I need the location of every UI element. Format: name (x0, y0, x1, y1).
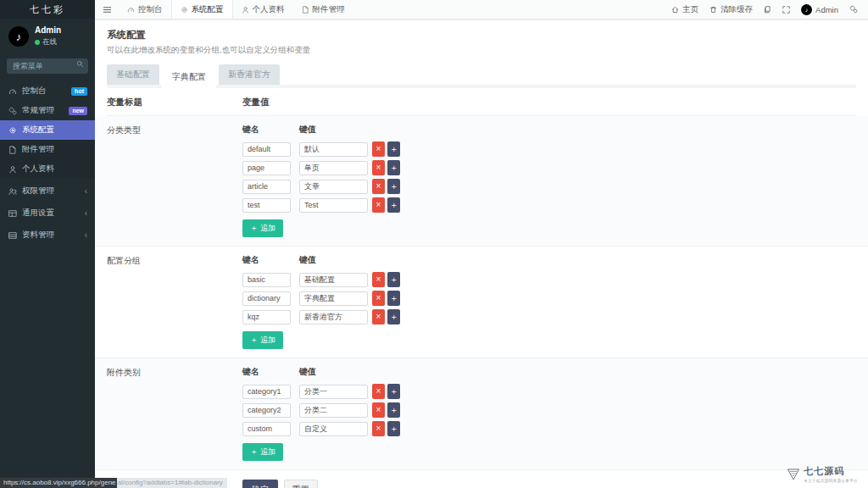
dashboard-icon (8, 87, 17, 96)
fullscreen-button[interactable] (782, 6, 790, 14)
sidebar-item-label: 控制台 (22, 86, 47, 97)
delete-row-button[interactable]: × (372, 291, 385, 306)
delete-row-button[interactable]: × (372, 272, 385, 287)
user-panel: ♪ Admin 在线 (0, 19, 95, 51)
sidebar-submenu: 系统配置 附件管理 个人资料 (0, 120, 95, 179)
delete-row-button[interactable]: × (372, 141, 385, 157)
add-row-button[interactable]: ＋ (387, 160, 400, 175)
close-icon: × (376, 164, 381, 172)
value-input[interactable] (299, 385, 368, 399)
append-button[interactable]: ＋追加 (242, 443, 283, 461)
gears-icon (849, 5, 858, 14)
value-header: 键值 (299, 124, 316, 136)
value-input[interactable] (299, 310, 368, 324)
sidebar-item-label: 常规管理 (22, 105, 54, 116)
topbar-tab-label: 控制台 (138, 4, 163, 15)
tab-dictionary-config[interactable]: 字典配置 (162, 66, 216, 88)
online-dot-icon (35, 40, 40, 45)
topbar-tab-system-config[interactable]: 系统配置 (171, 0, 233, 19)
config-section-category-type: 分类类型 键名 键值 × ＋ × ＋ (95, 116, 868, 247)
value-input[interactable] (299, 273, 368, 287)
add-row-button[interactable]: ＋ (387, 402, 400, 418)
watermark-tagline: 专注于精品源码资源分享平台 (804, 479, 858, 483)
sidebar-item-dashboard[interactable]: 控制台 hot (0, 81, 95, 101)
key-input[interactable] (242, 180, 291, 194)
sidebar-menu: 控制台 hot 常规管理 new 系统配置 (0, 81, 95, 245)
key-header: 键名 (242, 366, 299, 378)
plus-icon: ＋ (250, 223, 258, 234)
delete-row-button[interactable]: × (372, 179, 385, 194)
value-input[interactable] (299, 403, 368, 418)
close-icon: × (376, 294, 381, 302)
user-menu[interactable]: ♪ Admin (801, 4, 838, 15)
clear-cache-button[interactable]: 清除缓存 (709, 4, 753, 15)
key-input[interactable] (242, 291, 291, 306)
topbar-tab-attachment[interactable]: 附件管理 (293, 0, 353, 19)
append-button[interactable]: ＋追加 (242, 331, 283, 349)
config-panel: 系统配置 可以在此增改系统的变量和分组,也可以自定义分组和变量 基础配置 字典配… (95, 20, 868, 488)
tab-basic-config[interactable]: 基础配置 (107, 64, 159, 85)
delete-row-button[interactable]: × (372, 402, 385, 418)
add-row-button[interactable]: ＋ (387, 272, 400, 287)
sidebar-item-permissions[interactable]: 权限管理 ‹ (0, 181, 95, 201)
reset-button[interactable]: 重置 (284, 480, 318, 488)
add-row-button[interactable]: ＋ (387, 141, 400, 157)
key-input[interactable] (242, 273, 291, 287)
add-row-button[interactable]: ＋ (387, 309, 400, 324)
config-section-attachment-category: 附件类别 键名 键值 × ＋ × ＋ (95, 358, 868, 470)
topbar-tab-dashboard[interactable]: 控制台 (119, 0, 171, 19)
append-button[interactable]: ＋追加 (242, 219, 283, 237)
sidebar-item-general-management[interactable]: 常规管理 new (0, 101, 95, 120)
sidebar-item-data-management[interactable]: 资料管理 ‹ (0, 225, 95, 245)
add-row-button[interactable]: ＋ (387, 421, 400, 436)
page-subtitle: 可以在此增改系统的变量和分组,也可以自定义分组和变量 (107, 45, 856, 56)
delete-row-button[interactable]: × (372, 421, 385, 436)
config-section-config-group: 配置分组 键名 键值 × ＋ × ＋ (95, 247, 868, 358)
key-input[interactable] (242, 403, 291, 418)
copy-tabs-button[interactable] (764, 6, 771, 14)
delete-row-button[interactable]: × (372, 384, 385, 399)
sidebar-item-profile[interactable]: 个人资料 (0, 159, 95, 179)
value-input[interactable] (299, 422, 368, 436)
user-status-label: 在线 (42, 37, 57, 47)
plus-icon: ＋ (390, 313, 398, 321)
submit-button[interactable]: 确定 (242, 480, 278, 488)
avatar: ♪ (801, 4, 812, 15)
topbar-tab-profile[interactable]: 个人资料 (233, 0, 293, 19)
delete-row-button[interactable]: × (372, 309, 385, 324)
search-icon[interactable] (76, 60, 84, 68)
value-input[interactable] (299, 180, 368, 194)
key-input[interactable] (242, 198, 291, 213)
kv-row: × ＋ (242, 197, 400, 213)
plus-icon: ＋ (390, 201, 398, 209)
chevron-left-icon: ‹ (85, 187, 87, 196)
section-title: 配置分组 (107, 254, 242, 349)
value-input[interactable] (299, 161, 368, 175)
add-row-button[interactable]: ＋ (387, 197, 400, 213)
sidebar-item-label: 通用设置 (22, 208, 54, 219)
add-row-button[interactable]: ＋ (387, 179, 400, 194)
kv-row: × ＋ (242, 421, 400, 436)
add-row-button[interactable]: ＋ (387, 291, 400, 306)
home-link[interactable]: 主页 (671, 4, 698, 15)
value-input[interactable] (299, 291, 368, 306)
key-input[interactable] (242, 142, 291, 157)
hamburger-menu-icon[interactable] (95, 0, 119, 19)
topbar-tab-label: 系统配置 (192, 4, 224, 15)
key-input[interactable] (242, 385, 291, 399)
column-variable-value: 变量值 (242, 97, 270, 108)
key-input[interactable] (242, 422, 291, 436)
add-row-button[interactable]: ＋ (387, 384, 400, 399)
settings-button[interactable] (849, 5, 858, 14)
key-input[interactable] (242, 161, 291, 175)
delete-row-button[interactable]: × (372, 160, 385, 175)
sidebar-item-general-settings[interactable]: 通用设置 ‹ (0, 203, 95, 223)
delete-row-button[interactable]: × (372, 197, 385, 213)
sidebar-item-system-config[interactable]: 系统配置 (0, 120, 95, 140)
value-input[interactable] (299, 142, 368, 157)
tab-xinxianggang[interactable]: 新香港官方 (219, 64, 280, 85)
kv-row: × ＋ (242, 272, 400, 287)
value-input[interactable] (299, 198, 368, 213)
sidebar-item-attachment[interactable]: 附件管理 (0, 140, 95, 159)
key-input[interactable] (242, 310, 291, 324)
